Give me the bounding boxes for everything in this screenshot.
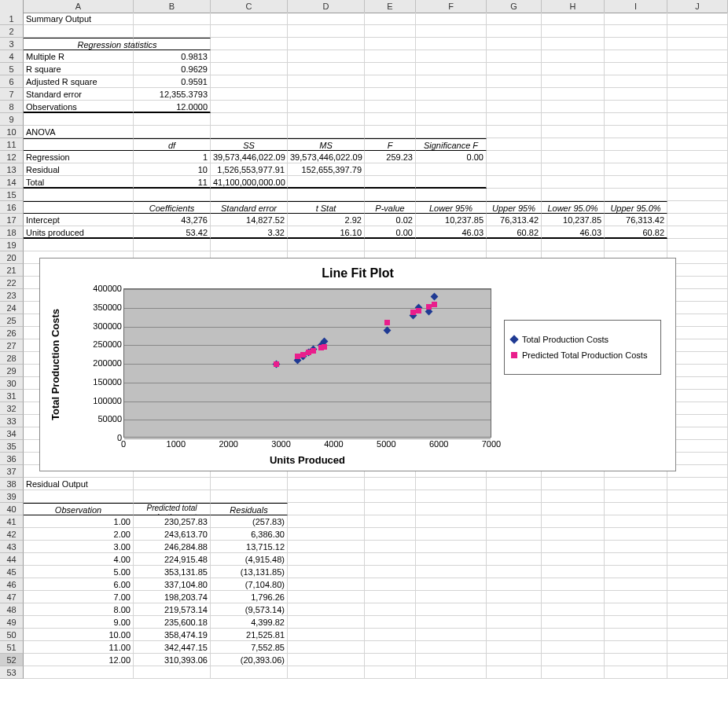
cell[interactable] <box>667 75 728 88</box>
row-header[interactable]: 25 <box>0 314 24 327</box>
cell[interactable] <box>542 528 605 541</box>
cell[interactable] <box>288 503 365 515</box>
row-header[interactable]: 28 <box>0 352 24 365</box>
cell[interactable] <box>605 566 667 578</box>
cell[interactable] <box>416 566 487 578</box>
column-header[interactable]: I <box>605 0 667 13</box>
cell[interactable] <box>542 138 605 151</box>
cell[interactable] <box>542 38 605 50</box>
row-header[interactable]: 42 <box>0 528 24 541</box>
row-header[interactable]: 20 <box>0 251 24 264</box>
cell[interactable] <box>134 25 211 38</box>
cell[interactable]: Total <box>24 176 134 189</box>
column-header[interactable]: A <box>24 0 134 13</box>
cell[interactable]: 353,131.85 <box>134 566 211 578</box>
cell[interactable] <box>542 113 605 126</box>
cell[interactable] <box>667 138 728 151</box>
cell[interactable]: 76,313.42 <box>487 214 542 226</box>
column-header[interactable]: F <box>416 0 487 13</box>
cell[interactable] <box>487 38 542 50</box>
cell[interactable] <box>667 591 728 603</box>
cell[interactable] <box>211 13 288 25</box>
cell[interactable] <box>605 189 667 201</box>
cell[interactable] <box>605 503 667 515</box>
cell[interactable] <box>24 113 134 126</box>
cell[interactable] <box>667 13 728 25</box>
cell[interactable] <box>542 101 605 113</box>
cell[interactable] <box>365 189 416 201</box>
cell[interactable] <box>605 38 667 50</box>
cell[interactable]: 41,100,000,000.00 <box>211 176 288 189</box>
cell[interactable]: Observations <box>24 101 134 113</box>
row-header[interactable]: 18 <box>0 226 24 239</box>
cell[interactable] <box>288 528 365 541</box>
cell[interactable] <box>667 641 728 654</box>
cell[interactable] <box>667 239 728 251</box>
cell[interactable] <box>667 38 728 50</box>
cell[interactable] <box>667 553 728 566</box>
cell[interactable] <box>211 239 288 251</box>
cell[interactable]: 46.03 <box>542 226 605 239</box>
cell[interactable]: Lower 95.0% <box>542 201 605 214</box>
cell[interactable] <box>487 478 542 490</box>
cell[interactable]: 53.42 <box>134 226 211 239</box>
cell[interactable] <box>416 503 487 515</box>
cell[interactable] <box>24 138 134 151</box>
cell[interactable] <box>667 314 728 327</box>
cell[interactable]: 235,600.18 <box>134 616 211 629</box>
cell[interactable] <box>542 189 605 201</box>
cell[interactable] <box>365 503 416 515</box>
cell[interactable] <box>416 163 487 176</box>
row-header[interactable]: 35 <box>0 440 24 453</box>
cell[interactable] <box>288 176 365 189</box>
row-header[interactable]: 47 <box>0 591 24 603</box>
cell[interactable] <box>667 151 728 163</box>
cell[interactable] <box>211 478 288 490</box>
row-header[interactable]: 19 <box>0 239 24 251</box>
row-header[interactable]: 21 <box>0 264 24 277</box>
row-header[interactable]: 53 <box>0 666 24 679</box>
cell[interactable]: 8.00 <box>24 603 134 616</box>
cell[interactable]: Predicted total production costs <box>134 503 211 515</box>
cell[interactable]: 5.00 <box>24 566 134 578</box>
row-header[interactable]: 49 <box>0 616 24 629</box>
cell[interactable] <box>605 13 667 25</box>
cell[interactable] <box>487 138 542 151</box>
row-header[interactable]: 46 <box>0 578 24 591</box>
cell[interactable] <box>542 163 605 176</box>
cell[interactable]: 10.00 <box>24 629 134 641</box>
cell[interactable]: 16.10 <box>288 226 365 239</box>
cell[interactable]: Residuals <box>211 503 288 515</box>
cell[interactable]: MS <box>288 138 365 151</box>
cell[interactable] <box>605 654 667 666</box>
cell[interactable] <box>605 113 667 126</box>
cell[interactable]: 12.0000 <box>134 101 211 113</box>
cell[interactable] <box>365 616 416 629</box>
cell[interactable]: Coefficients <box>134 201 211 214</box>
cell[interactable] <box>487 553 542 566</box>
cell[interactable] <box>605 603 667 616</box>
cell[interactable] <box>487 490 542 503</box>
cell[interactable] <box>542 616 605 629</box>
cell[interactable] <box>211 101 288 113</box>
cell[interactable] <box>365 591 416 603</box>
cell[interactable] <box>605 641 667 654</box>
column-header[interactable]: D <box>288 0 365 13</box>
cell[interactable] <box>24 490 134 503</box>
row-header[interactable]: 3 <box>0 38 24 50</box>
cell[interactable] <box>288 566 365 578</box>
row-header[interactable]: 37 <box>0 465 24 478</box>
row-header[interactable]: 44 <box>0 553 24 566</box>
cell[interactable] <box>487 163 542 176</box>
cell[interactable] <box>211 63 288 75</box>
cell[interactable]: 0.00 <box>416 151 487 163</box>
column-header[interactable]: H <box>542 0 605 13</box>
cell[interactable] <box>667 201 728 214</box>
cell[interactable] <box>487 591 542 603</box>
cell[interactable] <box>416 113 487 126</box>
cell[interactable] <box>288 553 365 566</box>
cell[interactable] <box>416 528 487 541</box>
cell[interactable]: 0.00 <box>365 226 416 239</box>
cell[interactable] <box>605 126 667 138</box>
cell[interactable] <box>487 126 542 138</box>
